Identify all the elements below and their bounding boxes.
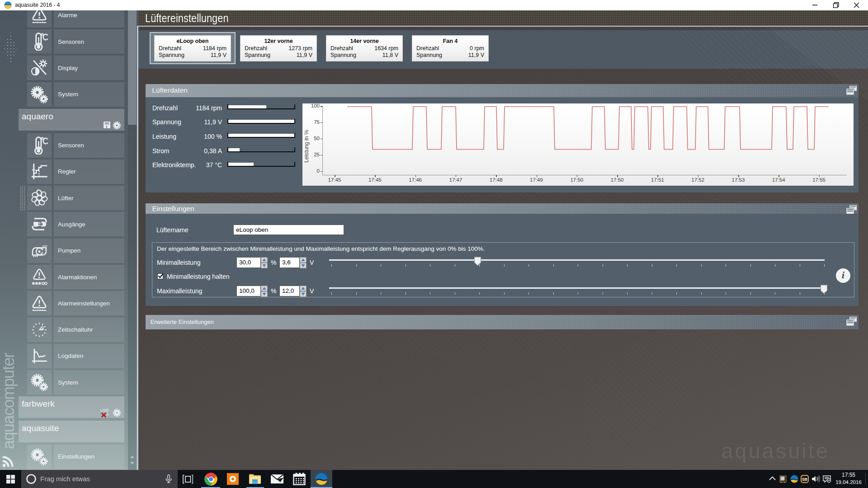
- svg-text:USB: USB: [100, 408, 109, 413]
- svg-text:SB: SB: [802, 477, 807, 482]
